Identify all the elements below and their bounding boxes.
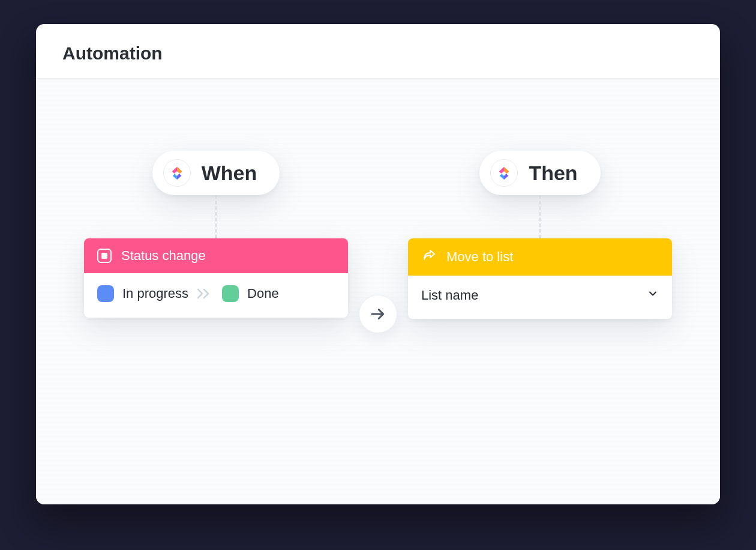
status-icon [97, 249, 112, 263]
list-name-placeholder: List name [421, 288, 478, 303]
trigger-label: Status change [121, 248, 206, 264]
trigger-card[interactable]: Status change In progress [84, 238, 348, 318]
panel-header: Automation [36, 24, 720, 79]
chevron-down-icon [647, 288, 659, 303]
from-status-swatch [97, 285, 114, 302]
then-column: Then Move to list List nam [408, 151, 672, 319]
chevrons-icon [197, 288, 214, 299]
panel-body: When Status change In progress [36, 79, 720, 504]
page-title: Automation [62, 43, 694, 64]
automation-panel: Automation When [36, 24, 720, 504]
share-arrow-icon [421, 248, 437, 266]
when-connector [215, 195, 217, 238]
when-pill: When [152, 151, 280, 195]
action-card-body: List name [408, 276, 672, 319]
to-status-swatch [222, 285, 239, 302]
list-name-select[interactable]: List name [421, 288, 659, 303]
when-column: When Status change In progress [84, 151, 348, 318]
clickup-logo-icon [163, 159, 191, 187]
status-from-to-row: In progress Done [97, 285, 279, 302]
arrow-right-icon [359, 295, 397, 333]
action-card[interactable]: Move to list List name [408, 238, 672, 319]
trigger-card-body: In progress Done [84, 273, 348, 318]
flow-row: When Status change In progress [60, 151, 696, 319]
action-label: Move to list [446, 249, 513, 265]
from-status-label: In progress [122, 286, 188, 301]
action-card-header: Move to list [408, 238, 672, 276]
when-label: When [202, 162, 257, 185]
trigger-card-header: Status change [84, 238, 348, 273]
clickup-logo-icon [490, 159, 518, 187]
then-label: Then [529, 162, 577, 185]
then-pill: Then [479, 151, 600, 195]
then-connector [539, 195, 541, 238]
to-status-label: Done [247, 286, 279, 301]
